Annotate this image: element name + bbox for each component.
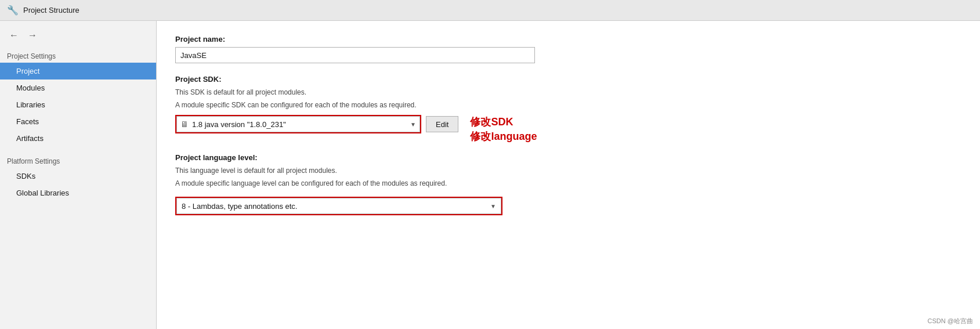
sidebar-item-modules[interactable]: Modules [0, 79, 156, 96]
sidebar-item-modules-label: Modules [16, 84, 45, 92]
lang-dropdown-arrow-icon: ▼ [490, 203, 496, 209]
project-name-label: Project name: [175, 35, 961, 44]
sidebar-item-project[interactable]: Project [0, 63, 156, 79]
sidebar-item-global-libraries-label: Global Libraries [16, 189, 69, 197]
annotation-line1: 修改SDK [470, 115, 537, 129]
sdk-dropdown-wrapper: 🖥 1.8 java version "1.8.0_231" ▼ [175, 115, 421, 133]
lang-dropdown-wrapper: 8 - Lambdas, type annotations etc. ▼ [175, 197, 502, 215]
content-area: Project name: Project SDK: This SDK is d… [157, 21, 980, 329]
lang-dropdown[interactable]: 8 - Lambdas, type annotations etc. ▼ [176, 198, 501, 214]
sidebar-item-sdks[interactable]: SDKs [0, 168, 156, 185]
sidebar-item-sdks-label: SDKs [16, 172, 35, 180]
sdk-dropdown-arrow-icon: ▼ [410, 121, 416, 128]
platform-settings-header: Platform Settings [0, 154, 156, 168]
project-sdk-desc2: A module specific SDK can be configured … [175, 100, 961, 110]
sidebar-item-artifacts[interactable]: Artifacts [0, 130, 156, 147]
project-name-input[interactable] [175, 47, 535, 63]
app-icon: 🔧 [7, 5, 19, 16]
sdk-dropdown-text: 1.8 java version "1.8.0_231" [192, 120, 407, 129]
sidebar-item-global-libraries[interactable]: Global Libraries [0, 185, 156, 201]
watermark: CSDN @哈宫曲 [928, 317, 973, 326]
title-bar-text: Project Structure [23, 6, 79, 15]
edit-button[interactable]: Edit [426, 116, 458, 132]
project-settings-header: Project Settings [0, 49, 156, 63]
project-sdk-label: Project SDK: [175, 75, 961, 84]
sidebar-item-facets[interactable]: Facets [0, 113, 156, 130]
sidebar-item-facets-label: Facets [16, 117, 39, 126]
back-button[interactable]: ← [7, 29, 21, 42]
language-level-desc2: A module specific language level can be … [175, 178, 961, 189]
sdk-dropdown[interactable]: 🖥 1.8 java version "1.8.0_231" ▼ [176, 116, 420, 132]
annotation-line2: 修改language [470, 129, 537, 144]
sidebar-item-artifacts-label: Artifacts [16, 134, 44, 143]
language-level-label: Project language level: [175, 153, 961, 162]
lang-dropdown-text: 8 - Lambdas, type annotations etc. [182, 202, 486, 211]
annotation-block: 修改SDK 修改language [470, 115, 537, 144]
nav-back-forward: ← → [0, 26, 156, 49]
project-sdk-desc1: This SDK is default for all project modu… [175, 87, 961, 97]
sidebar-item-libraries[interactable]: Libraries [0, 96, 156, 113]
sidebar: ← → Project Settings Project Modules Lib… [0, 21, 157, 329]
sdk-icon: 🖥 [180, 120, 189, 129]
forward-button[interactable]: → [26, 29, 39, 42]
language-level-desc1: This language level is default for all p… [175, 165, 961, 176]
sidebar-item-project-label: Project [16, 67, 39, 75]
title-bar: 🔧 Project Structure [0, 0, 980, 21]
sidebar-item-libraries-label: Libraries [16, 100, 45, 109]
